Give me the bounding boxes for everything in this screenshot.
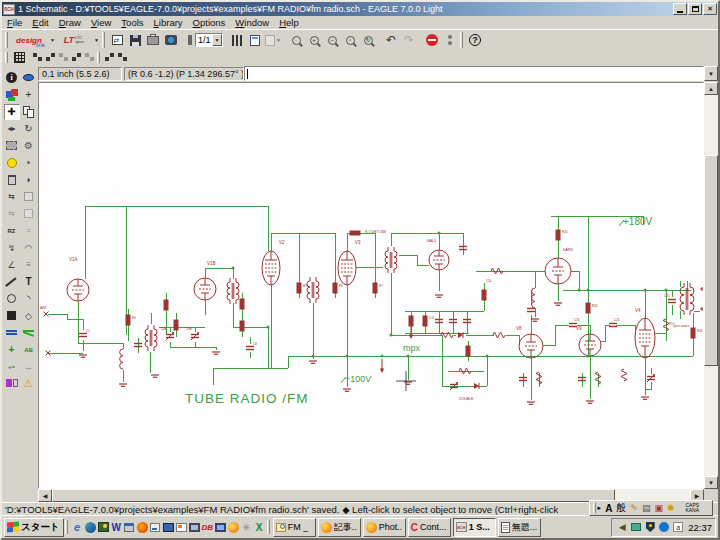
scroll-down-button[interactable]: ▼ [704,476,718,489]
quicklaunch-flower-icon[interactable]: ✳ [240,520,253,534]
menu-draw[interactable]: Draw [59,17,81,28]
ime-tool2-icon[interactable]: ▤ [642,503,651,513]
tool-gateswap[interactable]: ⇆ [4,206,20,222]
ime-caps-kana[interactable]: CAPSKANA [685,503,701,513]
taskbar-task-1[interactable]: FM _ [273,518,316,537]
menu-help[interactable]: Help [279,17,299,28]
tool-circle[interactable] [4,291,20,307]
menu-file[interactable]: File [7,17,22,28]
sheet-select[interactable]: 1/1▼ [195,33,223,47]
tray-network-icon[interactable] [630,521,643,534]
menu-window[interactable]: Window [235,17,269,28]
taskbar-task-4[interactable]: CCont... [408,518,451,537]
tool-invoke[interactable]: ≡ [21,257,37,273]
tool-label[interactable]: AB [21,342,37,358]
ime-pen-icon[interactable]: ▸ [598,504,602,512]
grid-button[interactable] [11,51,27,65]
bend-style-6[interactable] [116,51,129,65]
export-image-button[interactable] [163,31,179,49]
tray-messenger-icon[interactable] [658,521,671,534]
ime-mode-kanji[interactable]: 般 [616,501,626,515]
minimize-button[interactable] [673,3,687,15]
bend-style-4[interactable] [83,51,96,65]
tool-miter[interactable]: ◠ [21,240,37,256]
quicklaunch-ie-icon[interactable]: e [71,520,84,534]
tool-move[interactable]: ✚ [4,104,20,120]
ime-tool3-icon[interactable]: ▣ [654,503,663,513]
tool-pinswap[interactable]: ⇆ [4,189,20,205]
schematic-canvas[interactable]: TUBE RADIO /FM+100V+180VmpxV1AV1BV2V36AL… [38,82,704,489]
quicklaunch-monitor2-icon[interactable] [214,520,227,534]
bend-style-2[interactable] [57,51,70,65]
tray-shield-icon[interactable] [644,521,657,534]
ime-mode-a[interactable]: A [605,503,612,514]
zoom-out-button[interactable]: − [324,31,340,49]
tool-smash[interactable]: ↯ [4,240,20,256]
tool-split[interactable]: ∠ [4,257,20,273]
quicklaunch-mail-icon[interactable] [84,520,97,534]
taskbar-task-3[interactable]: Phot.. [363,518,406,537]
quicklaunch-firefox-icon[interactable] [227,520,240,534]
menu-options[interactable]: Options [193,17,226,28]
menu-library[interactable]: Library [154,17,183,28]
quicklaunch-media-icon[interactable] [136,520,149,534]
zoom-fit-button[interactable]: · [288,31,304,49]
go-button[interactable] [442,31,458,49]
layer-settings-button[interactable] [229,31,245,49]
quicklaunch-photo-icon[interactable] [97,520,110,534]
bend-style-5[interactable] [103,51,116,65]
bend-style-1[interactable] [44,51,57,65]
save-button[interactable] [127,31,143,49]
scroll-up-button[interactable]: ▲ [704,82,718,95]
ime-toolbar[interactable]: ▸ A 般 ✎ ▤ ▣ ✱ CAPSKANA [589,500,713,516]
zoom-redraw-button[interactable]: ↻ [360,31,376,49]
tool-layers[interactable] [4,87,20,103]
tool-dimension[interactable]: ↔ [21,359,37,375]
tool-text[interactable]: T [21,274,37,290]
tool-rect[interactable] [4,308,20,324]
help-button[interactable]: ? [467,31,483,49]
tool-junction[interactable]: + [4,342,20,358]
ime-tool1-icon[interactable]: ✎ [630,503,638,513]
schematic-view-button[interactable] [247,31,263,49]
vscroll-thumb[interactable] [704,155,718,366]
menu-tools[interactable]: Tools [121,17,143,28]
tool-mirror[interactable]: ◂▸ [4,121,20,137]
tool-polygon[interactable]: ◇ [21,308,37,324]
close-button[interactable]: × [703,3,717,15]
open-button[interactable]: ⇄ [109,31,125,49]
quicklaunch-db-icon[interactable]: DB [201,520,214,534]
command-input[interactable] [244,66,704,81]
taskbar-task-6[interactable]: 無題... [498,518,541,537]
title-bar[interactable]: SCH 1 Schematic - D:¥TOOL5¥EAGLE-7.0.0¥p… [2,2,718,16]
tool-erc[interactable] [4,376,20,392]
tool-dim2[interactable] [21,206,37,222]
taskbar-task-2[interactable]: 記事.. [318,518,361,537]
menu-view[interactable]: View [91,17,111,28]
start-button[interactable]: スタート [4,518,64,537]
quicklaunch-monitor-icon[interactable] [188,520,201,534]
print-button[interactable] [145,31,161,49]
undo-button[interactable]: ↶ [383,31,399,49]
ime-tool4-icon[interactable]: ✱ [667,503,675,513]
restore-button[interactable] [688,3,702,15]
tool-delete[interactable] [4,172,20,188]
tool-wire[interactable] [4,274,20,290]
designlink-dropdown[interactable]: ▼ [48,31,56,49]
quicklaunch-image-icon[interactable] [175,520,188,534]
tool-cut[interactable] [21,155,37,171]
quicklaunch-word-icon[interactable]: W [110,520,123,534]
designlink-button[interactable]: designlink [12,31,46,49]
tool-arc[interactable]: ◝ [21,291,37,307]
tool-mark[interactable]: + [21,87,37,103]
tool-copy[interactable] [21,104,37,120]
bend-style-0[interactable] [31,51,44,65]
redo-button[interactable]: ↷ [401,31,417,49]
tool-attribute[interactable]: += [4,359,20,375]
tool-paint[interactable] [4,155,20,171]
tool-bus[interactable] [4,325,20,341]
quicklaunch-excel-icon[interactable]: X [253,520,266,534]
tool-errors[interactable]: ⚠ [21,376,37,392]
scroll-left-button[interactable]: ◀ [38,489,52,502]
tool-rotate[interactable]: ↻ [21,121,37,137]
